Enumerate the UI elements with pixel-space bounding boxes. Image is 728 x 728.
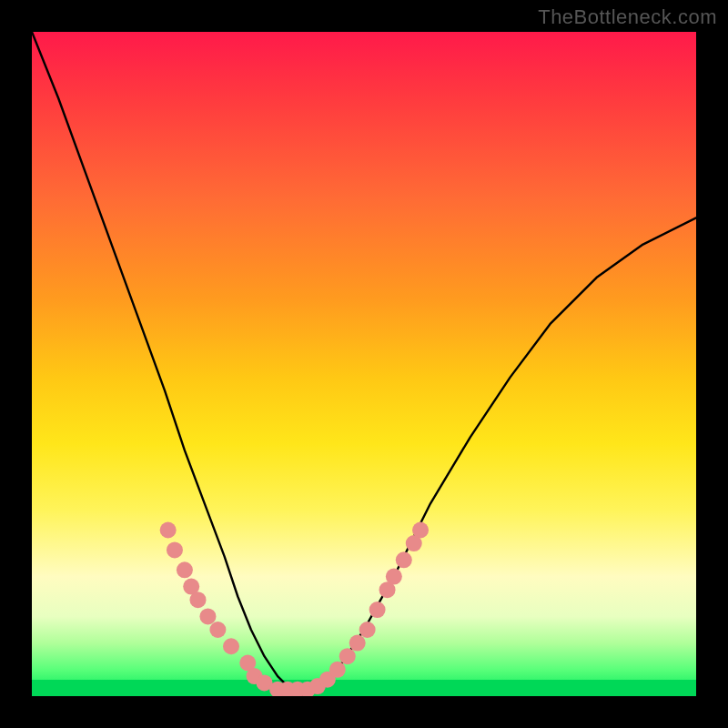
highlight-dot [190,592,207,608]
highlight-dot [167,541,183,558]
highlight-dot [223,638,239,654]
highlight-dot [359,622,376,638]
highlight-dot [339,648,356,664]
highlight-dot [396,551,412,568]
highlight-dot [369,602,386,618]
highlight-dot [412,522,429,539]
highlight-dots [160,522,429,697]
attribution-label: TheBottleneck.com [538,5,717,29]
highlight-dot [199,608,216,624]
highlight-dot [329,662,346,678]
highlight-dot [160,522,177,539]
bottleneck-curve [32,32,696,696]
chart-frame: TheBottleneck.com [0,0,728,728]
highlight-dot [349,635,366,652]
highlight-dot [209,622,226,638]
highlight-dot [177,561,193,578]
plot-area [32,32,696,696]
curve-layer [32,32,696,696]
highlight-dot [386,569,402,585]
